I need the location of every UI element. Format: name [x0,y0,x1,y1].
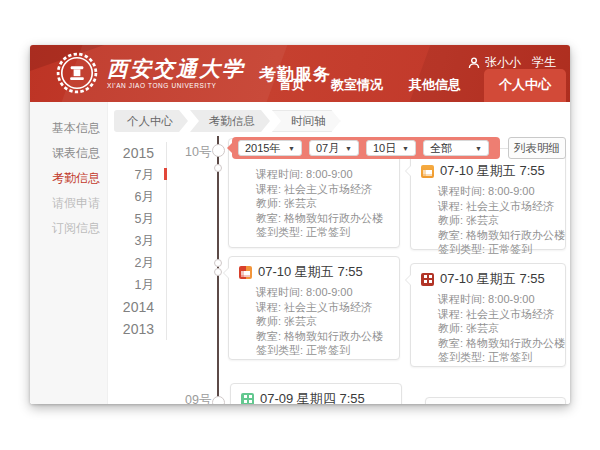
attendance-app-window: 西安交通大学 XI'AN JIAO TONG UNIVERSITY 考勤服务 张… [30,45,570,404]
seal-red-icon [421,273,434,286]
card-date: 07-10 星期五 7:55 [440,270,545,288]
card-row-course: 课程: 社会主义市场经济 [438,199,557,214]
card-row-course: 课程: 社会主义市场经济 [438,307,557,322]
category-select-value: 全部 [430,141,452,156]
year-label-2015[interactable]: 2015 [58,142,166,164]
card-body: 课程时间: 8:00-9:00 课程: 社会主义市场经济 教师: 张芸京 教室:… [411,290,565,372]
page-background: 西安交通大学 XI'AN JIAO TONG UNIVERSITY 考勤服务 张… [0,0,600,450]
breadcrumb-personal-center[interactable]: 个人中心 [114,110,188,132]
chevron-down-icon: ▼ [402,145,409,152]
filter-bar: 2015年 ▼ 07月 ▼ 10日 ▼ 全部 ▼ [232,137,500,159]
card-arrow [405,274,411,286]
chevron-down-icon: ▼ [475,145,482,152]
card-row-course-time: 课程时间: 8:00-9:00 [256,285,391,300]
main-panel: 个人中心 考勤信息 时间轴 2015 7月 6月 5月 3月 2月 1月 201… [108,102,570,404]
card-row-course: 课程: 社会主义市场经济 [256,182,391,197]
card-header: 07-10 星期五 7:55 [229,257,399,283]
timeline-day-label-09: 09号 [185,392,211,404]
timeline-node [214,164,222,172]
card-row-classroom: 教室: 格物致知行政办公楼 [256,211,391,226]
calendar-red-icon [239,266,252,279]
attendance-card-4: 07-10 星期五 7:55 课程时间: 8:00-9:00 课程: 社会主义市… [410,263,566,367]
card-row-course-time: 课程时间: 8:00-9:00 [256,167,391,182]
card-row-signin-type: 签到类型: 正常签到 [256,343,391,358]
day-select[interactable]: 10日 ▼ [366,140,416,156]
day-select-value: 10日 [373,141,396,156]
timeline-node [212,144,225,157]
university-emblem-icon [56,52,98,94]
card-row-classroom: 教室: 格物致知行政办公楼 [256,329,391,344]
month-label-3[interactable]: 3月 [58,230,166,252]
partial-card [425,397,566,404]
attendance-card-5: 07-09 星期四 7:55 [230,383,402,404]
year-label-2014[interactable]: 2014 [58,296,166,318]
card-arrow [223,267,229,279]
month-label-5[interactable]: 5月 [58,208,166,230]
card-row-signin-type: 签到类型: 正常签到 [438,242,557,257]
breadcrumb: 个人中心 考勤信息 时间轴 [114,110,343,132]
year-select[interactable]: 2015年 ▼ [238,140,302,156]
selected-month-marker [164,168,167,180]
nav-classroom-status[interactable]: 教室情况 [318,76,396,102]
card-row-course-time: 课程时间: 8:00-9:00 [438,184,557,199]
card-header: 07-09 星期四 7:55 [231,384,401,404]
chevron-down-icon: ▼ [345,145,352,152]
card-row-teacher: 教师: 张芸京 [256,314,391,329]
card-row-signin-type: 签到类型: 正常签到 [438,350,557,365]
month-label-2[interactable]: 2月 [58,252,166,274]
sidebar-item-basic-info[interactable]: 基本信息 [30,116,107,141]
content-area: 基本信息 课表信息 考勤信息 请假申请 订阅信息 个人中心 考勤信息 时间轴 2… [30,102,570,404]
list-detail-button[interactable]: 列表明细 [508,137,566,159]
card-row-teacher: 教师: 张芸京 [438,213,557,228]
timeline-node [214,259,222,267]
breadcrumb-timeline[interactable]: 时间轴 [272,110,341,132]
card-row-teacher: 教师: 张芸京 [438,321,557,336]
month-label-7[interactable]: 7月 [58,164,166,186]
university-name-cn: 西安交通大学 [107,57,245,81]
category-select[interactable]: 全部 ▼ [423,140,489,156]
year-select-value: 2015年 [245,141,280,156]
card-arrow [405,165,411,177]
nav-other-info[interactable]: 其他信息 [396,76,474,102]
card-row-course-time: 课程时间: 8:00-9:00 [438,292,557,307]
card-row-signin-type: 签到类型: 正常签到 [256,225,391,240]
university-name: 西安交通大学 XI'AN JIAO TONG UNIVERSITY [107,57,245,89]
nav-personal-center[interactable]: 个人中心 [484,69,566,102]
attendance-card-2: 07-10 星期五 7:55 课程时间: 8:00-9:00 课程: 社会主义市… [410,148,566,250]
timeline-node [212,396,225,404]
attendance-card-3: 07-10 星期五 7:55 课程时间: 8:00-9:00 课程: 社会主义市… [228,256,400,360]
card-header: 07-10 星期五 7:55 [411,264,565,290]
calendar-green-icon [241,393,254,405]
main-nav: 首页 教室情况 其他信息 个人中心 [266,69,566,102]
nav-home[interactable]: 首页 [266,76,318,102]
month-label-1[interactable]: 1月 [58,274,166,296]
month-select-value: 07月 [316,141,339,156]
breadcrumb-attendance-info[interactable]: 考勤信息 [190,110,270,132]
month-label-6[interactable]: 6月 [58,186,166,208]
card-row-course: 课程: 社会主义市场经济 [256,300,391,315]
app-header: 西安交通大学 XI'AN JIAO TONG UNIVERSITY 考勤服务 张… [30,45,570,102]
person-icon [468,57,480,69]
year-label-2013[interactable]: 2013 [58,318,166,340]
card-row-classroom: 教室: 格物致知行政办公楼 [438,336,557,351]
university-name-en: XI'AN JIAO TONG UNIVERSITY [107,82,245,89]
calendar-orange-icon [421,165,434,178]
timeline-day-label-10: 10号 [185,144,211,161]
card-row-teacher: 教师: 张芸京 [256,196,391,211]
timeline-node [214,268,222,276]
chevron-down-icon: ▼ [288,145,295,152]
card-date: 07-09 星期四 7:55 [260,390,365,404]
month-select[interactable]: 07月 ▼ [309,140,359,156]
card-date: 07-10 星期五 7:55 [440,162,545,180]
card-body: 课程时间: 8:00-9:00 课程: 社会主义市场经济 教师: 张芸京 教室:… [229,283,399,365]
card-date: 07-10 星期五 7:55 [258,263,363,281]
card-body: 课程时间: 8:00-9:00 课程: 社会主义市场经济 教师: 张芸京 教室:… [411,182,565,264]
year-month-list: 2015 7月 6月 5月 3月 2月 1月 2014 2013 [58,142,167,340]
card-row-classroom: 教室: 格物致知行政办公楼 [438,228,557,243]
